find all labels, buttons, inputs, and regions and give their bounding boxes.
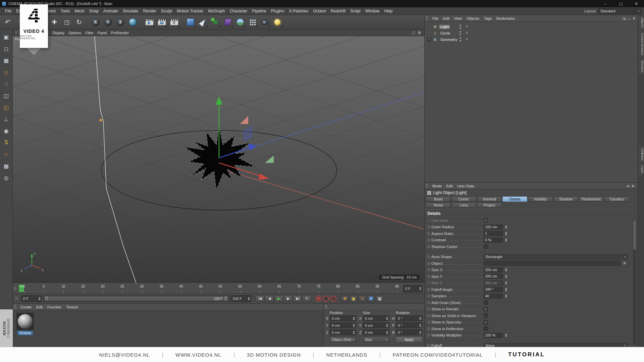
tab-shadow[interactable]: Shadow bbox=[553, 196, 578, 202]
visibility-dots[interactable] bbox=[460, 24, 461, 29]
coord-field-size-y[interactable]: 0 cm bbox=[363, 322, 389, 328]
previous-frame-button[interactable]: ◀ bbox=[265, 295, 274, 302]
keyframe-dot-icon[interactable] bbox=[427, 295, 430, 297]
use-inner-checkbox[interactable]: ✓ bbox=[484, 218, 488, 223]
menu-script[interactable]: Script bbox=[348, 8, 363, 14]
keyframe-dot-icon[interactable] bbox=[427, 282, 430, 284]
show-in-specular-checkbox[interactable]: ✓ bbox=[484, 320, 488, 324]
spinner-icon[interactable] bbox=[353, 316, 356, 320]
render-settings-button[interactable]: ⚙ bbox=[168, 16, 180, 28]
single-view-icon[interactable]: ▢ bbox=[412, 31, 415, 35]
object-rel-dropdown[interactable]: Object (Rel)▾ bbox=[330, 337, 356, 343]
panel-handle-icon[interactable] bbox=[15, 296, 18, 301]
keyframe-dot-icon[interactable] bbox=[427, 262, 430, 265]
range-start-grip[interactable] bbox=[44, 296, 49, 301]
keyframe-dot-icon[interactable] bbox=[427, 219, 430, 222]
material-menu-function[interactable]: Function bbox=[45, 304, 64, 310]
material-menu-texture[interactable]: Texture bbox=[64, 304, 80, 310]
timeline-ruler[interactable]: 0 F 051015202530354045505560657075808590… bbox=[13, 283, 424, 294]
menu-sculpt[interactable]: Sculpt bbox=[159, 8, 174, 14]
viewport-solo-button[interactable]: ◉ bbox=[2, 126, 11, 135]
panel-handle-icon[interactable] bbox=[426, 184, 428, 188]
panel-handle-icon[interactable] bbox=[325, 305, 327, 309]
keyframe-dot-icon[interactable] bbox=[427, 245, 430, 248]
workplane-snap-button[interactable]: ◎ bbox=[2, 173, 11, 182]
keyframe-dot-icon[interactable] bbox=[427, 327, 430, 330]
menu-plugins[interactable]: Plugins bbox=[269, 8, 286, 14]
size-z-field[interactable]: 200 cm bbox=[484, 281, 503, 286]
expand-toggle[interactable]: + bbox=[427, 38, 431, 41]
lock-y-axis-button[interactable]: Y bbox=[102, 16, 114, 28]
spinner-icon[interactable] bbox=[419, 330, 422, 335]
panel-handle-icon[interactable] bbox=[14, 305, 16, 309]
keyframe-dot-icon[interactable] bbox=[427, 232, 430, 235]
viewport-menu-filter[interactable]: Filter bbox=[83, 30, 95, 36]
dock-tab-layer[interactable]: Layer bbox=[638, 163, 644, 176]
add-array-button[interactable] bbox=[247, 16, 258, 28]
om-menu-tags[interactable]: Tags bbox=[482, 16, 494, 21]
autokeying-button[interactable] bbox=[323, 296, 329, 302]
falloff-angle-field[interactable]: 180 ° bbox=[484, 287, 503, 292]
spinner-icon[interactable] bbox=[353, 323, 356, 327]
keyframe-dot-icon[interactable] bbox=[427, 226, 430, 228]
coord-field-position-x[interactable]: 0 cm bbox=[330, 315, 356, 321]
keyframe-dot-icon[interactable] bbox=[427, 344, 430, 347]
tab-coord[interactable]: Coord. bbox=[451, 196, 476, 202]
am-menu-user-data[interactable]: User Data bbox=[455, 183, 477, 189]
dock-tab-objects[interactable]: Objects bbox=[638, 15, 644, 31]
timeline-ruler-ticks[interactable]: 0 F 051015202530354045505560657075808590… bbox=[18, 284, 401, 293]
keyframe-dot-icon[interactable] bbox=[427, 308, 430, 310]
object-picker-button[interactable]: ▸ bbox=[622, 261, 628, 266]
texture-lock-button[interactable]: ▦ bbox=[2, 161, 11, 171]
play-loop-button[interactable]: ↻ bbox=[303, 295, 311, 302]
keyframe-dot-icon[interactable] bbox=[427, 268, 430, 271]
axis-mode-button[interactable]: ⊥ bbox=[2, 114, 11, 124]
tab-general[interactable]: General bbox=[477, 196, 502, 202]
outer-radius-field[interactable]: 100 cm bbox=[484, 225, 503, 230]
snap-magnet-button[interactable]: ∩ bbox=[2, 149, 11, 159]
spinner-icon[interactable] bbox=[504, 225, 507, 229]
menu-mograph[interactable]: MoGraph bbox=[206, 8, 227, 14]
panel-handle-icon[interactable] bbox=[15, 31, 18, 35]
menu-window[interactable]: Window bbox=[363, 8, 382, 14]
object-row-geometry[interactable]: +⊕Geometry✓ bbox=[425, 36, 638, 43]
menu-redshift[interactable]: Redshift bbox=[328, 8, 348, 14]
menu-help[interactable]: Help bbox=[382, 8, 395, 14]
search-icon[interactable] bbox=[623, 17, 625, 20]
samples-field[interactable]: 40 bbox=[484, 294, 503, 299]
sort-icon[interactable]: ↕ bbox=[628, 16, 630, 20]
material-menu-create[interactable]: Create bbox=[18, 304, 34, 310]
menu-render[interactable]: Render bbox=[141, 8, 159, 14]
spinner-icon[interactable] bbox=[504, 268, 507, 272]
tab-project[interactable]: Project bbox=[477, 202, 502, 208]
soft-selection-button[interactable]: S bbox=[2, 138, 11, 147]
viewport-menu-panel[interactable]: Panel bbox=[96, 30, 109, 36]
tab-noise[interactable]: Noise bbox=[426, 202, 451, 208]
visibility-dots[interactable] bbox=[460, 37, 461, 42]
menu-tools[interactable]: Tools bbox=[58, 8, 72, 14]
spinner-icon[interactable] bbox=[504, 281, 507, 285]
undo-icon[interactable]: ↶ bbox=[2, 16, 13, 28]
om-menu-view[interactable]: View bbox=[452, 16, 465, 21]
key-parameter-toggle[interactable]: P bbox=[367, 295, 375, 302]
coord-field-rotation-b[interactable]: 0 ° bbox=[396, 329, 422, 335]
texture-mode-button[interactable]: ▩ bbox=[2, 56, 11, 65]
spinner-icon[interactable] bbox=[504, 238, 507, 242]
om-menu-objects[interactable]: Objects bbox=[464, 16, 481, 21]
lock-x-axis-button[interactable]: X bbox=[90, 16, 101, 28]
keyframe-dot-icon[interactable] bbox=[427, 288, 430, 291]
panel-handle-icon[interactable] bbox=[14, 286, 16, 291]
scale-tool-icon[interactable]: ◳ bbox=[61, 16, 72, 28]
aspect-ratio-field[interactable]: 1 bbox=[484, 231, 503, 236]
menu-x-particles[interactable]: X-Particles bbox=[286, 8, 311, 14]
object-row-circle[interactable]: ○Circle✓ bbox=[425, 30, 638, 36]
spinner-icon[interactable] bbox=[504, 294, 507, 298]
range-start-field[interactable]: 0 F bbox=[21, 295, 42, 302]
menu-motion-tracker[interactable]: Motion Tracker bbox=[174, 8, 206, 14]
spinner-icon[interactable] bbox=[504, 231, 507, 236]
dock-tab-attributes[interactable]: Attributes bbox=[638, 145, 644, 163]
coord-field-rotation-p[interactable]: 0 ° bbox=[396, 322, 422, 328]
key-rotation-toggle[interactable]: ↻ bbox=[358, 295, 366, 302]
viewport-scene[interactable]: Y X Z Perspective Grid Spacing : 10 cm bbox=[13, 36, 424, 283]
next-frame-button[interactable]: ▶ bbox=[284, 295, 292, 302]
